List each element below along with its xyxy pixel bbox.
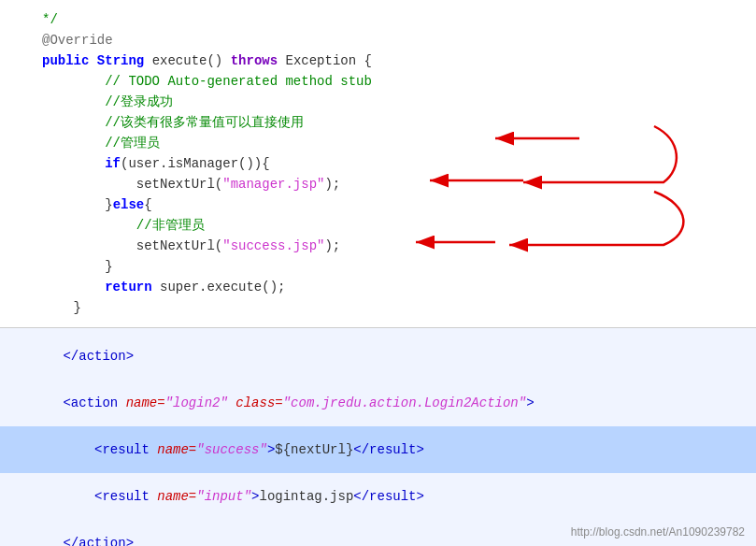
code-line-6: //该类有很多常量值可以直接使用 (0, 112, 756, 133)
line-content: public String execute() throws Exception… (37, 53, 756, 68)
code-line-4: // TODO Auto-generated method stub (0, 71, 756, 92)
line-content: } (37, 259, 756, 274)
line-content: setNextUrl("success.jsp"); (37, 238, 756, 253)
code-line-5: //登录成功 (0, 92, 756, 112)
code-line-2: @Override (0, 30, 756, 50)
code-line-15: } (0, 297, 756, 318)
line-content: // TODO Auto-generated method stub (37, 74, 756, 89)
xml-line-content: <result name="success">${nextUrl}</resul… (11, 427, 756, 472)
xml-line-content: <result name="input">logintag.jsp</resul… (11, 474, 756, 519)
line-content: //管理员 (37, 135, 756, 151)
xml-line-content: <action name="login2" class="com.jredu.a… (11, 381, 756, 425)
code-line-9: setNextUrl("manager.jsp"); (0, 174, 756, 194)
line-content: }else{ (37, 197, 756, 212)
xml-line-1: </action> (0, 333, 756, 380)
code-line-1: */ (0, 9, 756, 30)
line-content: @Override (37, 33, 756, 48)
xml-line-content: </action> (11, 334, 756, 379)
xml-line-3-highlighted: <result name="success">${nextUrl}</resul… (0, 426, 756, 473)
xml-area: </action> <action name="login2" class="c… (0, 327, 756, 546)
xml-line-4: <result name="input">logintag.jsp</resul… (0, 473, 756, 520)
code-line-7: //管理员 (0, 133, 756, 153)
line-content: setNextUrl("manager.jsp"); (37, 177, 756, 192)
xml-line-2: <action name="login2" class="com.jredu.a… (0, 380, 756, 426)
code-line-13: } (0, 256, 756, 277)
code-line-3: public String execute() throws Exception… (0, 50, 756, 71)
code-line-12: setNextUrl("success.jsp"); (0, 236, 756, 256)
line-content: //该类有很多常量值可以直接使用 (37, 114, 756, 131)
code-area: */ @Override public String execute() thr… (0, 0, 756, 327)
watermark: http://blog.csdn.net/An1090239782 (571, 525, 745, 539)
line-content: //登录成功 (37, 93, 756, 110)
code-line-14: return super.execute(); (0, 277, 756, 297)
code-line-11: //非管理员 (0, 215, 756, 236)
line-content: } (37, 300, 756, 315)
line-content: //非管理员 (37, 217, 756, 234)
code-line-10: }else{ (0, 194, 756, 215)
line-content: return super.execute(); (37, 280, 756, 295)
line-content: if(user.isManager()){ (37, 156, 756, 171)
line-content: */ (37, 12, 756, 27)
code-line-8: if(user.isManager()){ (0, 153, 756, 174)
